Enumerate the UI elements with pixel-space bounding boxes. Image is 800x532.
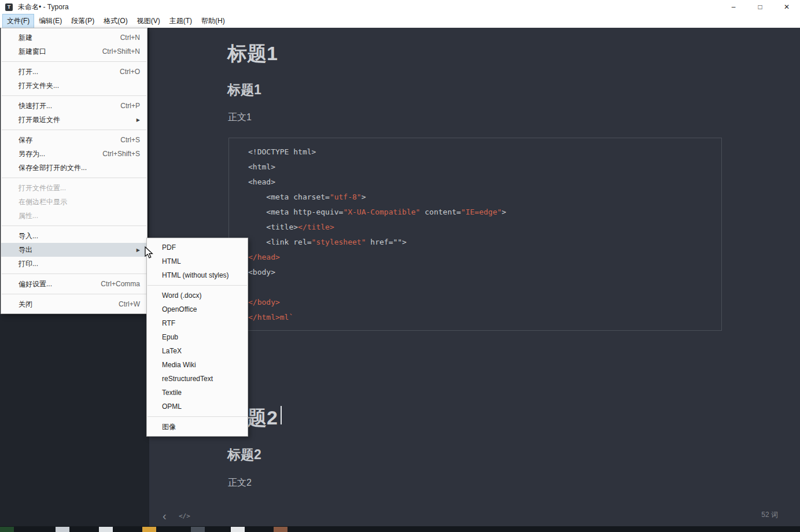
code-text: <meta http-equiv=	[248, 208, 343, 216]
submenu-arrow-icon: ▶	[137, 117, 140, 123]
menu-item[interactable]: 图像	[147, 420, 248, 434]
menu-separator	[2, 226, 146, 226]
menu-item-shortcut: Ctrl+Comma	[101, 280, 140, 288]
menubar-item[interactable]: 段落(P)	[67, 14, 98, 28]
menu-item[interactable]: 保存全部打开的文件...	[1, 161, 147, 175]
code-text: <title>	[248, 223, 298, 231]
code-string: "IE=edge"	[461, 208, 502, 216]
close-button[interactable]: ✕	[773, 0, 800, 14]
menu-item[interactable]: 快速打开...Ctrl+P	[1, 99, 147, 113]
menu-item[interactable]: Media Wiki	[147, 358, 248, 372]
code-line: <head>	[248, 175, 721, 190]
code-text: href="">	[366, 238, 407, 246]
menu-item[interactable]: RTF	[147, 316, 248, 330]
minimize-button[interactable]: –	[720, 0, 747, 14]
menu-item-shortcut: Ctrl+P	[120, 102, 140, 110]
menu-item[interactable]: 打印...	[1, 257, 147, 271]
menu-item[interactable]: reStructuredText	[147, 372, 248, 386]
menu-item-shortcut: Ctrl+W	[119, 300, 140, 308]
menubar-item[interactable]: 帮助(H)	[197, 14, 229, 28]
document-heading1[interactable]: 标题1	[227, 40, 278, 67]
code-text: content=	[420, 208, 460, 216]
code-line: <!DOCTYPE html>	[248, 145, 721, 160]
menu-separator	[148, 285, 247, 286]
menu-item: 打开文件位置...	[1, 181, 147, 195]
taskbar-icon-7[interactable]	[274, 527, 287, 532]
taskbar-icon-4[interactable]	[142, 527, 156, 532]
menu-item[interactable]: Word (.docx)	[147, 289, 248, 302]
taskbar-icon-3[interactable]	[99, 527, 113, 532]
menu-item[interactable]: 新建窗口Ctrl+Shift+N	[1, 45, 147, 58]
window-controls: – □ ✕	[720, 0, 800, 14]
maximize-button[interactable]: □	[747, 0, 773, 14]
menu-item-label: 快速打开...	[19, 101, 52, 111]
menu-item[interactable]: LaTeX	[147, 344, 248, 358]
code-line: <title></title>	[248, 220, 721, 235]
code-string: "X-UA-Compatible"	[343, 208, 420, 216]
menu-item[interactable]: 偏好设置...Ctrl+Comma	[1, 277, 147, 291]
menu-item[interactable]: 另存为...Ctrl+Shift+S	[1, 147, 147, 161]
taskbar-icon-2[interactable]	[56, 527, 69, 532]
menu-separator	[148, 416, 247, 417]
document-paragraph[interactable]: 正文2	[228, 477, 252, 489]
code-line	[248, 280, 721, 295]
code-line: </body>	[248, 295, 721, 310]
menu-item[interactable]: OpenOffice	[147, 302, 248, 316]
code-string: "utf-8"	[330, 193, 362, 201]
menubar-item[interactable]: 编辑(E)	[35, 14, 66, 28]
menu-item-label: 新建	[19, 33, 32, 43]
source-mode-icon[interactable]: </>	[179, 512, 190, 520]
code-string: </head>	[248, 253, 280, 261]
menu-item-shortcut: Ctrl+N	[120, 34, 140, 42]
code-text: <body>	[248, 268, 275, 276]
menubar-item[interactable]: 主题(T)	[165, 14, 196, 28]
menu-item-label: 新建窗口	[19, 47, 46, 57]
menu-item-label: 保存	[19, 135, 32, 145]
menubar-item[interactable]: 视图(V)	[133, 14, 164, 28]
menu-separator	[2, 294, 146, 294]
menu-item[interactable]: 新建Ctrl+N	[1, 31, 147, 45]
code-text: <!DOCTYPE html>	[248, 147, 316, 156]
word-count[interactable]: 52 词	[761, 510, 778, 520]
submenu-arrow-icon: ▶	[137, 247, 140, 253]
code-line: <meta charset="utf-8">	[248, 190, 721, 205]
code-text: <html>	[248, 162, 275, 171]
taskbar-icon-1[interactable]	[0, 527, 14, 532]
menu-item[interactable]: 保存Ctrl+S	[1, 133, 147, 147]
menu-item[interactable]: Epub	[147, 330, 248, 344]
menu-item-label: 属性...	[19, 211, 38, 221]
menu-item[interactable]: HTML (without styles)	[147, 268, 248, 282]
menu-item-shortcut: Ctrl+O	[120, 68, 140, 76]
menu-item[interactable]: HTML	[147, 254, 248, 268]
menu-item-label: 导出	[19, 245, 32, 255]
menu-item[interactable]: 打开文件夹...	[1, 79, 147, 93]
menu-item-label: 打开...	[19, 67, 38, 77]
sidebar-toggle-icon[interactable]: ‹	[163, 510, 167, 522]
menu-item[interactable]: OPML	[147, 400, 248, 413]
menu-item[interactable]: 导出▶	[1, 243, 147, 257]
titlebar: T 未命名• - Typora – □ ✕	[0, 0, 800, 14]
menu-item[interactable]: 导入...	[1, 229, 147, 243]
menu-item[interactable]: 打开最近文件▶	[1, 113, 147, 127]
menu-item[interactable]: PDF	[147, 241, 248, 254]
code-text: >	[502, 208, 506, 216]
code-string: </title>	[298, 223, 334, 231]
code-text: <meta charset=	[248, 193, 330, 201]
code-text: >	[362, 193, 366, 201]
taskbar-icon-5[interactable]	[191, 527, 205, 532]
menu-separator	[2, 95, 146, 96]
menu-item-shortcut: Ctrl+S	[120, 136, 140, 144]
menu-item-label: 打印...	[19, 259, 38, 269]
code-line: </head>	[248, 250, 721, 265]
menu-item[interactable]: Textile	[147, 386, 248, 400]
menubar-item[interactable]: 文件(F)	[3, 14, 34, 28]
menu-item[interactable]: 关闭Ctrl+W	[1, 297, 147, 311]
menu-item[interactable]: 打开...Ctrl+O	[1, 65, 147, 79]
taskbar-icon-6[interactable]	[231, 527, 245, 532]
menubar-item[interactable]: 格式(O)	[99, 14, 131, 28]
document-heading2[interactable]: 标题2	[227, 446, 261, 464]
document-heading2[interactable]: 标题1	[227, 81, 261, 99]
code-block[interactable]: <!DOCTYPE html><html><head> <meta charse…	[228, 138, 722, 331]
menu-item-label: 另存为...	[19, 149, 45, 159]
document-paragraph[interactable]: 正文1	[228, 112, 252, 124]
